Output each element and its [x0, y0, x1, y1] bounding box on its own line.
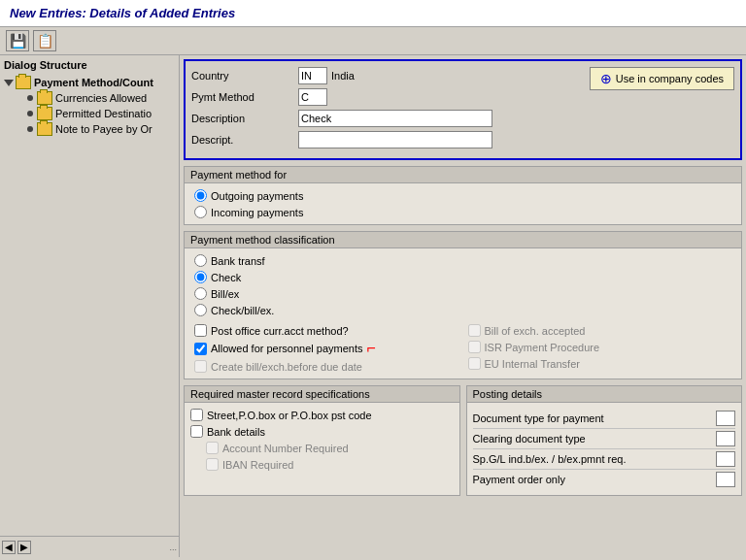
allowed-personnel-checkbox[interactable] [194, 343, 207, 355]
check-label: Check [211, 272, 241, 283]
posting-details-content: Document type for payment Clearing docum… [467, 403, 742, 495]
bill-ex-option[interactable]: Bill/ex [194, 287, 731, 300]
outgoing-payments-label: Outgoing payments [211, 190, 303, 202]
bill-ex-radio[interactable] [194, 287, 207, 300]
eu-internal-option: EU Internal Transfer [468, 357, 732, 370]
page-title: New Entries: Details of Added Entries [10, 6, 235, 20]
dot-icon-3 [27, 126, 33, 132]
sidebar-item-currencies-label: Currencies Allowed [55, 92, 147, 104]
bank-details-label: Bank details [207, 426, 265, 438]
extra-options-grid: Post office curr.acct method? Allowed fo… [194, 324, 731, 373]
bill-exch-accepted-label: Bill of exch. accepted [485, 325, 586, 337]
iban-required-label: IBAN Required [222, 459, 293, 471]
sidebar-item-permitted[interactable]: Permitted Destinatio [27, 106, 175, 121]
payment-method-for-panel: Payment method for Outgoing payments Inc… [184, 166, 742, 225]
post-office-checkbox[interactable] [194, 324, 207, 337]
outgoing-payments-radio[interactable] [194, 189, 207, 202]
create-bill-label: Create bill/exch.before due date [211, 361, 362, 373]
create-bill-checkbox[interactable] [194, 360, 207, 373]
incoming-payments-option[interactable]: Incoming payments [194, 206, 731, 218]
payment-type-radio-group: Outgoing payments Incoming payments [194, 189, 731, 218]
country-label: Country [191, 70, 298, 82]
dot-icon-2 [27, 111, 33, 116]
check-bill-ex-radio[interactable] [194, 304, 207, 316]
folder-icon-3 [37, 122, 52, 136]
allowed-personnel-option[interactable]: Allowed for personnel payments [194, 343, 363, 355]
doc-type-label: Document type for payment [473, 412, 604, 424]
street-pobox-option[interactable]: Street,P.O.box or P.O.box pst code [190, 409, 454, 421]
toolbar-btn-1[interactable]: 💾 [6, 30, 29, 51]
folder-icon-2 [37, 107, 52, 120]
classification-content: Bank transf Check Bill/ex Check/bill/ex. [185, 248, 741, 379]
sp-gl-input[interactable] [716, 451, 735, 467]
doc-type-input[interactable] [716, 411, 735, 426]
posting-row-2: Clearing document type [473, 429, 736, 449]
description-label: Description [191, 113, 298, 124]
eu-internal-label: EU Internal Transfer [485, 358, 580, 370]
check-bill-ex-option[interactable]: Check/bill/ex. [194, 304, 731, 316]
iban-required-checkbox [206, 458, 219, 471]
bank-transf-option[interactable]: Bank transf [194, 254, 731, 267]
scroll-left-btn[interactable]: ◀ [2, 541, 16, 554]
sidebar-item-note[interactable]: Note to Payee by Or [27, 121, 175, 137]
use-company-codes-button[interactable]: ⊕ Use in company codes [590, 67, 734, 90]
pymt-method-input[interactable] [298, 88, 327, 106]
street-pobox-label: Street,P.O.box or P.O.box pst code [207, 410, 372, 421]
account-number-option: Account Number Required [206, 442, 454, 454]
country-code-input[interactable] [298, 67, 327, 84]
sidebar-item-note-label: Note to Payee by Or [55, 123, 153, 135]
sidebar-item-root-label: Payment Method/Count [34, 77, 153, 88]
account-number-label: Account Number Required [222, 443, 349, 454]
use-company-label: Use in company codes [616, 73, 724, 84]
description-input[interactable] [298, 110, 492, 127]
outgoing-payments-option[interactable]: Outgoing payments [194, 189, 731, 202]
descript-input[interactable] [298, 131, 492, 148]
iban-required-option: IBAN Required [206, 458, 454, 471]
street-pobox-checkbox[interactable] [190, 409, 203, 421]
descript-label: Descript. [191, 134, 298, 146]
incoming-payments-radio[interactable] [194, 206, 207, 218]
toolbar-btn-2[interactable]: 📋 [33, 30, 56, 51]
master-record-header: Required master record specifications [185, 386, 459, 403]
post-office-option[interactable]: Post office curr.acct method? [194, 324, 458, 337]
content-area: Country India Pymt Method Description De… [180, 55, 746, 557]
isr-payment-option: ISR Payment Procedure [468, 341, 732, 353]
check-bill-ex-label: Check/bill/ex. [211, 305, 274, 316]
check-radio[interactable] [194, 271, 207, 283]
dialog-structure-label: Dialog Structure [4, 59, 175, 71]
scroll-right-btn[interactable]: ▶ [17, 541, 31, 554]
clearing-doc-input[interactable] [716, 431, 735, 446]
main-area: Dialog Structure Payment Method/Count Cu… [0, 55, 746, 557]
create-bill-option[interactable]: Create bill/exch.before due date [194, 360, 458, 373]
eu-internal-checkbox [468, 357, 481, 370]
classification-options: Bank transf Check Bill/ex Check/bill/ex. [194, 254, 731, 316]
account-number-checkbox [206, 442, 219, 454]
description-row: Description [191, 110, 734, 127]
entry-details-form: Country India Pymt Method Description De… [184, 59, 742, 160]
sidebar-item-root[interactable]: Payment Method/Count [4, 75, 175, 90]
pymt-method-label: Pymt Method [191, 91, 298, 103]
bank-transf-radio[interactable] [194, 254, 207, 267]
payment-order-label: Payment order only [473, 474, 565, 485]
clearing-doc-label: Clearing document type [473, 433, 586, 445]
master-record-panel: Required master record specifications St… [184, 385, 460, 496]
bill-exch-accepted-checkbox [468, 324, 481, 337]
posting-row-3: Sp.G/L ind.b/ex. / b/ex.pmnt req. [473, 449, 736, 470]
red-bracket-icon: ⌐ [367, 341, 376, 356]
folder-icon-root [16, 76, 31, 89]
sidebar-scrollbar: ◀ ▶ ... [0, 536, 179, 557]
bank-details-checkbox[interactable] [190, 425, 203, 438]
payment-method-for-content: Outgoing payments Incoming payments [185, 183, 741, 224]
check-option[interactable]: Check [194, 271, 731, 283]
posting-row-4: Payment order only [473, 470, 736, 489]
payment-order-input[interactable] [716, 472, 735, 487]
pymt-method-row: Pymt Method [191, 88, 734, 106]
master-record-content: Street,P.O.box or P.O.box pst code Bank … [185, 403, 459, 477]
sidebar: Dialog Structure Payment Method/Count Cu… [0, 55, 180, 557]
sp-gl-label: Sp.G/L ind.b/ex. / b/ex.pmnt req. [473, 453, 627, 465]
bank-details-option[interactable]: Bank details [190, 425, 454, 438]
sidebar-item-currencies[interactable]: Currencies Allowed [27, 90, 175, 106]
folder-icon-1 [37, 91, 52, 105]
toolbar: 💾 📋 [0, 27, 746, 55]
sidebar-item-permitted-label: Permitted Destinatio [55, 108, 152, 119]
